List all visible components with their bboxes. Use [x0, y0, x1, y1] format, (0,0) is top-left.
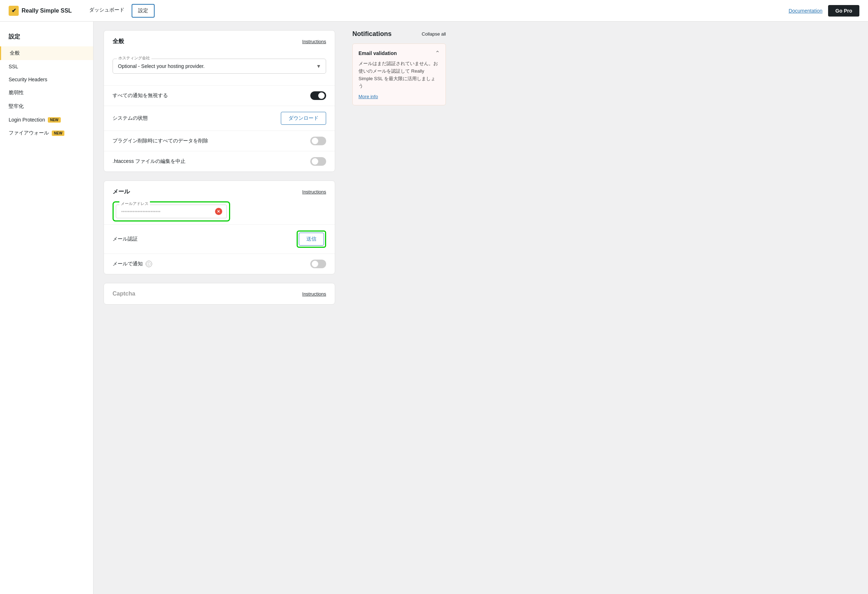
logo-icon: ✔	[9, 6, 19, 16]
sidebar-label-vulnerability: 脆弱性	[9, 90, 24, 96]
htaccess-label: .htaccess ファイルの編集を中止	[112, 158, 186, 165]
go-pro-button[interactable]: Go Pro	[828, 5, 859, 16]
captcha-instructions-link[interactable]: Instructions	[303, 291, 326, 297]
email-label: メールアドレス	[120, 201, 150, 206]
card-mail: メール Instructions メールアドレス ✕ メール認証	[103, 180, 335, 274]
sidebar-label-firewall: ファイアウォール	[9, 130, 49, 136]
row-delete-data: プラグイン削除時にすべてのデータを削除	[104, 130, 335, 151]
card-general: 全般 Instructions ホスティング会社 Optional - Sele…	[103, 30, 335, 172]
sidebar-label-security-headers: Security Headers	[9, 77, 47, 82]
delete-data-label: プラグイン削除時にすべてのデータを削除	[112, 138, 208, 144]
notification-card-title: Email validation	[359, 50, 397, 56]
email-input-wrapper: メールアドレス ✕	[116, 205, 227, 218]
card-captcha-title: Captcha	[112, 291, 135, 297]
card-captcha-header: Captcha Instructions	[104, 283, 335, 303]
main-layout: 設定 全般 SSL Security Headers 脆弱性 堅牢化 Login…	[0, 22, 868, 594]
hosting-label: ホスティング会社	[117, 55, 151, 61]
logo-text: Really Simple SSL	[22, 7, 72, 14]
sidebar-item-general[interactable]: 全般	[0, 46, 93, 60]
mail-instructions-link[interactable]: Instructions	[303, 189, 326, 195]
download-button[interactable]: ダウンロード	[281, 112, 326, 125]
sidebar-label-ssl: SSL	[9, 64, 18, 69]
sidebar-item-security-headers[interactable]: Security Headers	[0, 73, 93, 86]
hosting-field-group: ホスティング会社 Optional - Select your hosting …	[104, 51, 335, 85]
email-input-container: ✕	[116, 205, 227, 218]
toggle-mail-notify[interactable]	[310, 260, 326, 268]
general-instructions-link[interactable]: Instructions	[303, 39, 326, 44]
sidebar: 設定 全般 SSL Security Headers 脆弱性 堅牢化 Login…	[0, 22, 93, 594]
row-system-status: システムの状態 ダウンロード	[104, 106, 335, 130]
topbar-right: Documentation Go Pro	[788, 5, 859, 16]
email-section: メールアドレス ✕	[104, 201, 335, 225]
sidebar-item-login-protection[interactable]: Login Protection New	[0, 113, 93, 126]
nav-dashboard[interactable]: ダッシュボード	[83, 4, 130, 18]
notification-card-email: Email validation ⌃ メールはまだ認証されていません。お使いのメ…	[352, 43, 446, 105]
send-button[interactable]: 送信	[299, 233, 324, 245]
card-mail-header: メール Instructions	[104, 181, 335, 201]
sidebar-item-hardening[interactable]: 堅牢化	[0, 100, 93, 113]
badge-new-login: New	[48, 117, 61, 123]
email-field-highlight: メールアドレス ✕	[112, 201, 230, 222]
notification-body: メールはまだ認証されていません。お使いのメールを認証して Really Simp…	[359, 60, 440, 90]
content-area: 全般 Instructions ホスティング会社 Optional - Sele…	[93, 22, 345, 594]
toggle-htaccess[interactable]	[310, 157, 326, 166]
hosting-select-group: ホスティング会社 Optional - Select your hosting …	[112, 51, 326, 74]
clear-email-button[interactable]: ✕	[215, 208, 222, 215]
sidebar-item-vulnerability[interactable]: 脆弱性	[0, 86, 93, 100]
topbar: ✔ Really Simple SSL ダッシュボード 設定 Documenta…	[0, 0, 868, 22]
mail-auth-label: メール認証	[112, 236, 138, 242]
nav-links: ダッシュボード 設定	[83, 4, 777, 18]
notifications-panel: Notifications Collapse all Email validat…	[345, 22, 453, 594]
toggle-delete-data[interactable]	[310, 137, 326, 145]
system-status-label: システムの状態	[112, 115, 148, 121]
sidebar-label-login-protection: Login Protection	[9, 117, 45, 123]
card-captcha: Captcha Instructions	[103, 283, 335, 304]
collapse-all-link[interactable]: Collapse all	[422, 31, 446, 37]
ignore-notifications-label: すべての通知を無視する	[112, 92, 168, 99]
nav-settings[interactable]: 設定	[131, 4, 155, 18]
notification-card-header: Email validation ⌃	[359, 50, 440, 56]
row-htaccess: .htaccess ファイルの編集を中止	[104, 151, 335, 171]
sidebar-heading: 設定	[0, 30, 93, 46]
sidebar-item-ssl[interactable]: SSL	[0, 60, 93, 73]
more-info-link[interactable]: More info	[359, 94, 378, 99]
row-ignore-notifications: すべての通知を無視する	[104, 85, 335, 106]
row-mail-auth: メール認証 送信	[104, 225, 335, 254]
sidebar-label-hardening: 堅牢化	[9, 103, 24, 110]
notifications-header: Notifications Collapse all	[352, 30, 446, 38]
sidebar-label-general: 全般	[10, 50, 20, 56]
hosting-select[interactable]: Optional - Select your hosting provider.	[112, 59, 326, 74]
send-button-highlight: 送信	[297, 231, 326, 248]
chevron-up-icon[interactable]: ⌃	[435, 50, 440, 56]
email-input[interactable]	[121, 209, 215, 214]
mail-notify-label: メールで通知 ⓘ	[112, 261, 152, 267]
documentation-link[interactable]: Documentation	[788, 8, 822, 14]
sidebar-item-firewall[interactable]: ファイアウォール New	[0, 126, 93, 140]
logo: ✔ Really Simple SSL	[9, 6, 72, 16]
mail-notify-info-icon[interactable]: ⓘ	[146, 261, 152, 267]
hosting-select-wrapper: Optional - Select your hosting provider.…	[112, 59, 326, 74]
card-mail-title: メール	[112, 188, 130, 196]
card-general-title: 全般	[112, 38, 124, 45]
row-mail-notify: メールで通知 ⓘ	[104, 254, 335, 274]
card-general-header: 全般 Instructions	[104, 31, 335, 51]
badge-new-firewall: New	[52, 130, 64, 136]
toggle-ignore-notifications[interactable]	[310, 91, 326, 100]
notifications-title: Notifications	[352, 30, 391, 38]
